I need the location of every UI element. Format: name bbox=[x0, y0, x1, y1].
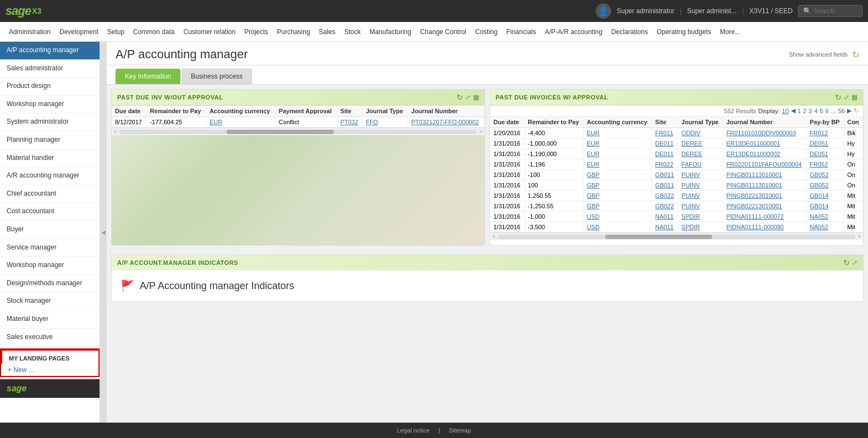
nav-apar[interactable]: A/P-A/R accounting bbox=[540, 28, 607, 36]
legal-notice-link[interactable]: Legal notice bbox=[397, 427, 430, 434]
nav-change-control[interactable]: Change Control bbox=[416, 28, 471, 36]
cell-currency[interactable]: EUR bbox=[583, 128, 651, 138]
sidebar-item-ap-accounting-manager[interactable]: A/P accounting manager bbox=[0, 42, 100, 60]
refresh-icon-right[interactable]: ↻ bbox=[835, 93, 842, 102]
nav-operating-budgets[interactable]: Operating budgets bbox=[652, 28, 716, 36]
page-2[interactable]: 2 bbox=[803, 108, 806, 114]
user-name[interactable]: Super administrator bbox=[617, 7, 674, 15]
cell-site[interactable]: FR011 bbox=[652, 128, 678, 138]
page-56[interactable]: 56 bbox=[838, 108, 845, 114]
sitemap-link[interactable]: Sitemap bbox=[449, 427, 471, 434]
cell-pay-by[interactable]: FR052 bbox=[806, 159, 844, 170]
cell-journal-number[interactable]: PINGB02213010001 bbox=[723, 201, 806, 212]
cell-pay-by[interactable]: NA052 bbox=[806, 212, 844, 222]
cell-journal-type[interactable]: FFO bbox=[362, 117, 408, 127]
cell-currency[interactable]: USD bbox=[583, 222, 651, 232]
cell-site[interactable]: GB022 bbox=[652, 191, 678, 201]
scroll-track-left[interactable] bbox=[119, 130, 477, 134]
cell-journal-number[interactable]: PIDNA01111-000080 bbox=[723, 222, 806, 232]
expand-icon-indicators[interactable]: ⤢ bbox=[852, 259, 858, 267]
nav-costing[interactable]: Costing bbox=[471, 28, 502, 36]
cell-journal-number[interactable]: FR01101010DDIV000003 bbox=[723, 128, 806, 138]
expand-icon-right[interactable]: ⤢ bbox=[844, 93, 849, 101]
show-advanced-label[interactable]: Show advanced fields bbox=[789, 51, 848, 58]
cell-journal-number[interactable]: PINGB02213010001 bbox=[723, 191, 806, 201]
cell-journal-number[interactable]: FR02201101FAFOU000004 bbox=[723, 159, 806, 170]
cell-site[interactable]: DE011 bbox=[652, 138, 678, 149]
scroll-bar-right[interactable]: < > bbox=[490, 232, 863, 240]
cell-pay-by[interactable]: NA052 bbox=[806, 222, 844, 232]
cell-site[interactable]: DE011 bbox=[652, 149, 678, 159]
tab-business-process[interactable]: Business process bbox=[182, 69, 252, 84]
nav-manufacturing[interactable]: Manufacturing bbox=[365, 28, 416, 36]
cell-site[interactable]: NA011 bbox=[652, 222, 678, 232]
cell-journal-number[interactable]: PT0321207-FFO-000002 bbox=[408, 117, 484, 127]
cell-journal-type[interactable]: SPDIR bbox=[678, 212, 723, 222]
page-4[interactable]: 4 bbox=[814, 108, 817, 114]
scroll-track-right[interactable] bbox=[498, 235, 855, 239]
search-input[interactable] bbox=[814, 7, 858, 15]
scroll-left-arrow-right[interactable]: < bbox=[492, 234, 496, 240]
display-count[interactable]: 10 bbox=[782, 108, 789, 114]
cell-site[interactable]: PT032 bbox=[337, 117, 362, 127]
sidebar-item-planning-manager[interactable]: Planning manager bbox=[0, 131, 100, 149]
cell-currency[interactable]: EUR bbox=[583, 149, 651, 159]
grid-icon-right[interactable]: ▦ bbox=[851, 93, 858, 101]
refresh-icon-pagination[interactable]: ↻ bbox=[854, 107, 859, 114]
refresh-icon-indicators[interactable]: ↻ bbox=[843, 258, 850, 267]
nav-projects[interactable]: Projects bbox=[240, 28, 272, 36]
page-3[interactable]: 3 bbox=[809, 108, 812, 114]
nav-setup[interactable]: Setup bbox=[103, 28, 129, 36]
sidebar-item-service-manager[interactable]: Service manager bbox=[0, 239, 100, 257]
nav-more[interactable]: More... bbox=[716, 28, 745, 36]
cell-pay-by[interactable]: FR012 bbox=[806, 128, 844, 138]
nav-purchasing[interactable]: Purchasing bbox=[273, 28, 315, 36]
cell-currency[interactable]: GBP bbox=[583, 191, 651, 201]
scroll-right-arrow[interactable]: > bbox=[479, 129, 482, 135]
cell-journal-number[interactable]: PINGB01113010001 bbox=[723, 180, 806, 191]
sidebar-item-material-handler[interactable]: Material handler bbox=[0, 149, 100, 168]
sidebar-item-system-administrator[interactable]: System administrator bbox=[0, 113, 100, 131]
cell-journal-type[interactable]: DEREE bbox=[678, 138, 723, 149]
sidebar-item-sales-executive[interactable]: Sales executive bbox=[0, 329, 100, 347]
cell-pay-by[interactable]: GB014 bbox=[806, 191, 844, 201]
cell-pay-by[interactable]: GB052 bbox=[806, 170, 844, 180]
nav-common-data[interactable]: Common data bbox=[129, 28, 179, 36]
tab-key-information[interactable]: Key Information bbox=[116, 69, 180, 84]
cell-journal-number[interactable]: ER13DE011000001 bbox=[723, 138, 806, 149]
refresh-icon[interactable]: ↻ bbox=[852, 49, 859, 60]
sidebar-item-product-design[interactable]: Product design bbox=[0, 77, 100, 96]
sidebar-item-ar-accounting-manager[interactable]: A/R accounting manager bbox=[0, 167, 100, 185]
cell-journal-type[interactable]: PUINV bbox=[678, 180, 723, 191]
refresh-icon-left[interactable]: ↻ bbox=[457, 93, 463, 102]
sidebar-item-design-methods[interactable]: Design/methods manager bbox=[0, 275, 100, 293]
grid-icon-left[interactable]: ▦ bbox=[473, 93, 479, 101]
sidebar-item-workshop-manager-2[interactable]: Workshop manager bbox=[0, 257, 100, 275]
cell-site[interactable]: NA011 bbox=[652, 212, 678, 222]
cell-currency[interactable]: EUR bbox=[583, 159, 651, 170]
sidebar-item-cost-accountant[interactable]: Cost accountant bbox=[0, 203, 100, 221]
cell-journal-type[interactable]: PUINV bbox=[678, 170, 723, 180]
cell-currency[interactable]: GBP bbox=[583, 170, 651, 180]
cell-currency[interactable]: EUR bbox=[206, 117, 275, 127]
cell-pay-by[interactable]: DE051 bbox=[806, 149, 844, 159]
search-box[interactable]: 🔍 bbox=[798, 5, 862, 17]
expand-icon-left[interactable]: ⤢ bbox=[465, 93, 471, 101]
cell-site[interactable]: GB022 bbox=[652, 201, 678, 212]
page-next[interactable]: ▶ bbox=[847, 107, 851, 114]
cell-journal-number[interactable]: PIDNA01111-000072 bbox=[723, 212, 806, 222]
user-short[interactable]: Super administ... bbox=[687, 7, 737, 15]
cell-journal-type[interactable]: FAFOU bbox=[678, 159, 723, 170]
nav-development[interactable]: Development bbox=[55, 28, 103, 36]
cell-currency[interactable]: GBP bbox=[583, 201, 651, 212]
page-6[interactable]: 6 bbox=[825, 108, 828, 114]
cell-site[interactable]: GB011 bbox=[652, 180, 678, 191]
sidebar-item-workshop-manager-1[interactable]: Workshop manager bbox=[0, 96, 100, 114]
page-5[interactable]: 5 bbox=[820, 108, 823, 114]
cell-pay-by[interactable]: GB052 bbox=[806, 180, 844, 191]
scroll-bar-left[interactable]: < > bbox=[112, 127, 485, 135]
cell-journal-type[interactable]: ODDIV bbox=[678, 128, 723, 138]
nav-administration[interactable]: Administration bbox=[4, 28, 55, 36]
cell-journal-number[interactable]: ER13DE011000002 bbox=[723, 149, 806, 159]
cell-journal-type[interactable]: SPDIR bbox=[678, 222, 723, 232]
